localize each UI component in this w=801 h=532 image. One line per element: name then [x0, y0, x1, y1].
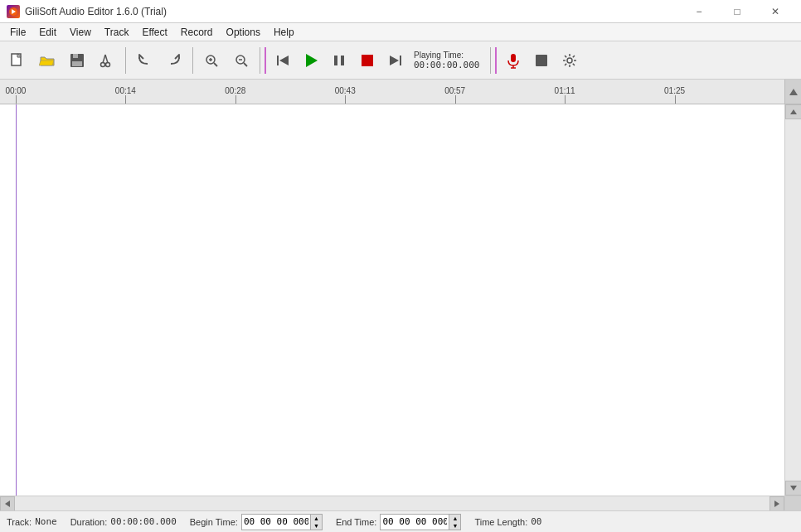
zoom-out-button[interactable]	[227, 46, 255, 75]
begin-time-down[interactable]: ▼	[310, 522, 322, 530]
waveform-area	[0, 104, 784, 496]
begin-time-input-wrapper[interactable]: ▲ ▼	[241, 514, 323, 530]
separator-3	[260, 47, 260, 74]
begin-time-up[interactable]: ▲	[310, 515, 322, 522]
svg-rect-19	[334, 56, 337, 65]
titlebar-controls: − □ ✕	[680, 0, 794, 23]
main-body: 00:00 00:14 00:28 00:43 00:57 01:11 01:2…	[0, 80, 801, 510]
menu-help[interactable]: Help	[267, 23, 301, 41]
duration-label: Duration:	[70, 517, 108, 527]
svg-marker-23	[390, 56, 399, 65]
menu-edit[interactable]: Edit	[32, 23, 63, 41]
ruler-tick-major	[125, 95, 126, 104]
zoom-in-button[interactable]	[197, 46, 226, 75]
playing-time-value: 00:00:00.000	[414, 60, 479, 70]
svg-marker-31	[790, 486, 797, 491]
begin-time-input[interactable]	[242, 515, 310, 530]
playing-time-section: Playing Time: 00:00:00.000	[414, 51, 479, 70]
separator-1	[125, 47, 126, 74]
end-time-spinners: ▲ ▼	[449, 515, 460, 530]
svg-marker-17	[279, 56, 289, 65]
time-length-value: 00	[531, 516, 541, 527]
titlebar-left: GiliSoft Audio Editor 1.6.0 (Trial)	[7, 5, 167, 18]
ruler-scroll-btn[interactable]	[784, 80, 801, 104]
ruler-tick-major	[345, 95, 346, 104]
svg-rect-21	[362, 55, 373, 66]
svg-marker-33	[774, 501, 779, 507]
hscroll-right-button[interactable]	[769, 496, 784, 511]
microphone-button[interactable]	[500, 47, 527, 74]
transport-section: Playing Time: 00:00:00.000	[265, 47, 486, 74]
vertical-scrollbar	[784, 104, 801, 496]
svg-rect-3	[73, 54, 78, 58]
ruler-label-2: 00:28	[225, 86, 245, 95]
ruler-tick-major	[675, 95, 676, 104]
stop-button[interactable]	[354, 47, 381, 74]
menu-view[interactable]: View	[63, 23, 98, 41]
ruler-label-0: 00:00	[5, 86, 26, 95]
playhead-line	[16, 104, 17, 496]
title-text: GiliSoft Audio Editor 1.6.0 (Trial)	[25, 6, 167, 17]
svg-rect-24	[511, 54, 516, 62]
svg-marker-29	[789, 89, 798, 95]
skip-back-button[interactable]	[269, 47, 296, 74]
status-begin-time: Begin Time: ▲ ▼	[190, 514, 323, 530]
open-button[interactable]	[33, 46, 61, 75]
redo-button[interactable]	[160, 46, 188, 75]
menu-track[interactable]: Track	[98, 23, 136, 41]
minimize-button[interactable]: −	[680, 0, 718, 23]
menu-file[interactable]: File	[3, 23, 32, 41]
pause-button[interactable]	[326, 47, 352, 74]
ruler-label-5: 01:11	[555, 86, 575, 95]
hscroll-left-button[interactable]	[0, 496, 15, 511]
svg-rect-22	[400, 56, 401, 65]
ruler-label-6: 01:25	[664, 86, 685, 95]
menu-record[interactable]: Record	[174, 23, 220, 41]
svg-rect-16	[277, 56, 279, 65]
record-section	[495, 47, 583, 74]
vscroll-track	[785, 119, 801, 481]
app-icon	[7, 5, 20, 18]
toolbar: Playing Time: 00:00:00.000	[0, 41, 801, 80]
svg-point-28	[567, 58, 572, 63]
vscroll-down-button[interactable]	[785, 481, 802, 496]
begin-time-spinners: ▲ ▼	[310, 515, 322, 530]
svg-marker-18	[306, 54, 318, 67]
maximize-button[interactable]: □	[718, 0, 756, 23]
end-time-input[interactable]	[381, 515, 449, 530]
record-stop-button[interactable]	[528, 47, 555, 74]
separator-4	[490, 47, 491, 74]
close-button[interactable]: ✕	[756, 0, 794, 23]
svg-line-8	[105, 55, 108, 63]
undo-button[interactable]	[130, 46, 158, 75]
end-time-down[interactable]: ▼	[449, 522, 460, 530]
svg-marker-32	[5, 501, 10, 507]
time-length-label: Time Length:	[474, 517, 527, 527]
new-button[interactable]	[3, 46, 32, 75]
cut-button[interactable]	[93, 46, 121, 75]
scrollbar-corner	[784, 496, 801, 511]
skip-forward-button[interactable]	[382, 47, 409, 74]
svg-point-6	[106, 62, 110, 66]
save-button[interactable]	[63, 46, 91, 75]
svg-marker-30	[790, 109, 797, 114]
menu-options[interactable]: Options	[220, 23, 267, 41]
vscroll-up-button[interactable]	[785, 104, 802, 119]
end-time-up[interactable]: ▲	[449, 515, 460, 522]
waveform-container[interactable]	[0, 104, 801, 496]
duration-value: 00:00:00.000	[110, 516, 176, 527]
ruler-tick-major	[235, 95, 236, 104]
track-value: None	[35, 516, 57, 527]
ruler-tick-major	[565, 95, 566, 104]
ruler-inner: 00:00 00:14 00:28 00:43 00:57 01:11 01:2…	[0, 80, 784, 104]
status-end-time: End Time: ▲ ▼	[336, 514, 462, 530]
settings-button[interactable]	[556, 47, 583, 74]
end-time-input-wrapper[interactable]: ▲ ▼	[380, 514, 461, 530]
menu-effect[interactable]: Effect	[135, 23, 173, 41]
statusbar: Track: None Duration: 00:00:00.000 Begin…	[0, 510, 801, 532]
separator-2	[192, 47, 193, 74]
play-button[interactable]	[298, 47, 324, 74]
ruler-label-1: 00:14	[115, 86, 136, 95]
titlebar: GiliSoft Audio Editor 1.6.0 (Trial) − □ …	[0, 0, 801, 23]
status-time-length: Time Length: 00	[474, 516, 541, 527]
